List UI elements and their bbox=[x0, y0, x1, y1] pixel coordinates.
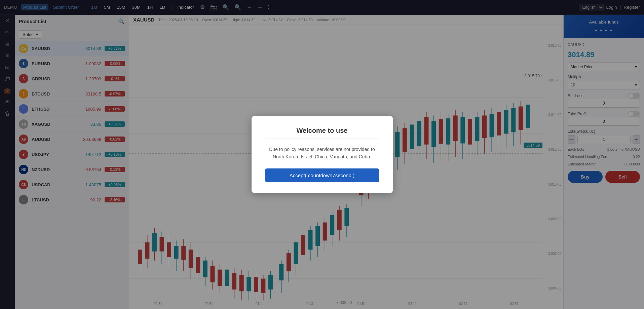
modal-title: Welcome to use bbox=[265, 127, 379, 139]
modal-accept-button[interactable]: Accept( countdown7second ) bbox=[265, 168, 379, 182]
modal-body: Due to policy reasons, services are not … bbox=[265, 146, 379, 161]
modal-overlay: Welcome to use Due to policy reasons, se… bbox=[0, 0, 644, 309]
modal-dialog: Welcome to use Due to policy reasons, se… bbox=[252, 116, 393, 193]
